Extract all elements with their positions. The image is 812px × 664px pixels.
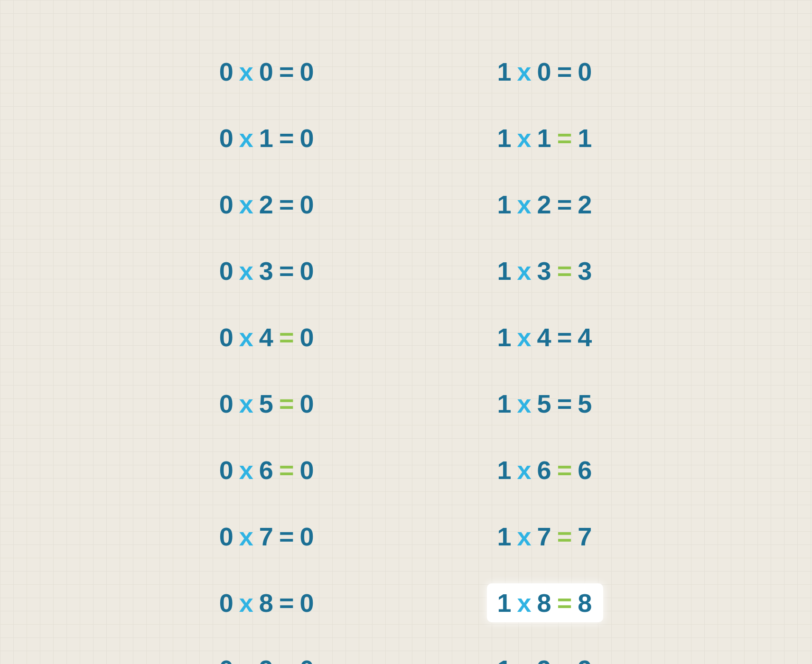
result: 6	[578, 456, 593, 484]
operand-a: 1	[497, 655, 513, 664]
equals-sign: =	[279, 257, 295, 285]
operand-a: 0	[219, 456, 234, 484]
times-sign: x	[517, 257, 532, 285]
equals-sign: =	[279, 456, 295, 484]
times-sign: x	[517, 655, 532, 664]
column-0: 0x0=00x1=00x2=00x3=00x4=00x5=00x6=00x7=0…	[209, 52, 326, 664]
operand-b: 2	[259, 190, 274, 219]
column-1: 1x0=01x1=11x2=21x3=31x4=41x5=51x6=61x7=7…	[487, 52, 604, 664]
result: 8	[578, 589, 593, 617]
operand-a: 0	[219, 57, 234, 86]
equation-row: 0x9=0	[209, 650, 326, 664]
times-sign: x	[239, 57, 254, 86]
result: 0	[299, 323, 315, 351]
operand-b: 7	[259, 522, 274, 551]
equals-sign: =	[557, 655, 573, 664]
times-sign: x	[517, 124, 532, 152]
times-sign: x	[239, 190, 254, 219]
equals-sign: =	[557, 589, 573, 617]
operand-a: 0	[219, 389, 234, 418]
result: 0	[299, 589, 315, 617]
equals-sign: =	[279, 589, 295, 617]
equation-row: 1x6=6	[487, 451, 604, 489]
result: 9	[578, 655, 593, 664]
operand-b: 5	[537, 389, 552, 418]
operand-b: 3	[537, 257, 552, 285]
equation-row: 1x0=0	[487, 52, 604, 91]
equals-sign: =	[557, 456, 573, 484]
times-sign: x	[239, 655, 254, 664]
equation-row: 0x7=0	[209, 517, 326, 556]
times-sign: x	[517, 522, 532, 551]
equation-row: 1x9=9	[487, 650, 604, 664]
operand-a: 1	[497, 257, 513, 285]
times-sign: x	[239, 323, 254, 351]
operand-a: 1	[497, 190, 513, 219]
operand-a: 0	[219, 655, 234, 664]
result: 0	[299, 257, 315, 285]
operand-b: 6	[537, 456, 552, 484]
equals-sign: =	[557, 257, 573, 285]
equals-sign: =	[279, 190, 295, 219]
equals-sign: =	[557, 124, 573, 152]
equation-row: 0x0=0	[209, 52, 326, 91]
operand-b: 0	[259, 57, 274, 86]
operand-a: 0	[219, 257, 234, 285]
result: 0	[299, 655, 315, 664]
equals-sign: =	[557, 57, 573, 86]
times-sign: x	[239, 257, 254, 285]
equation-row: 0x3=0	[209, 251, 326, 290]
result: 0	[578, 57, 593, 86]
result: 1	[578, 124, 593, 152]
operand-a: 1	[497, 456, 513, 484]
operand-a: 1	[497, 323, 513, 351]
result: 0	[299, 456, 315, 484]
operand-b: 5	[259, 389, 274, 418]
operand-b: 8	[259, 589, 274, 617]
operand-b: 0	[537, 57, 552, 86]
times-sign: x	[239, 124, 254, 152]
operand-b: 6	[259, 456, 274, 484]
equation-row: 1x3=3	[487, 251, 604, 290]
equals-sign: =	[279, 124, 295, 152]
equation-row: 0x8=0	[209, 583, 326, 622]
times-sign: x	[517, 190, 532, 219]
times-sign: x	[239, 522, 254, 551]
operand-b: 4	[537, 323, 552, 351]
times-sign: x	[517, 57, 532, 86]
result: 0	[299, 124, 315, 152]
equation-row: 1x5=5	[487, 384, 604, 423]
operand-b: 1	[259, 124, 274, 152]
equals-sign: =	[557, 389, 573, 418]
equation-row: 0x6=0	[209, 451, 326, 489]
equation-row: 1x8=8	[487, 583, 604, 622]
operand-a: 0	[219, 190, 234, 219]
result: 3	[578, 257, 593, 285]
operand-b: 4	[259, 323, 274, 351]
result: 0	[299, 522, 315, 551]
operand-b: 8	[537, 589, 552, 617]
result: 4	[578, 323, 593, 351]
times-sign: x	[517, 323, 532, 351]
result: 7	[578, 522, 593, 551]
equals-sign: =	[557, 522, 573, 551]
operand-a: 0	[219, 323, 234, 351]
equals-sign: =	[557, 323, 573, 351]
operand-b: 2	[537, 190, 552, 219]
equation-row: 0x2=0	[209, 185, 326, 224]
equation-row: 0x1=0	[209, 119, 326, 157]
operand-a: 0	[219, 522, 234, 551]
result: 5	[578, 389, 593, 418]
operand-a: 1	[497, 124, 513, 152]
operand-a: 0	[219, 589, 234, 617]
equation-row: 0x4=0	[209, 318, 326, 357]
operand-b: 1	[537, 124, 552, 152]
times-tables: 0x0=00x1=00x2=00x3=00x4=00x5=00x6=00x7=0…	[0, 0, 812, 664]
operand-b: 3	[259, 257, 274, 285]
times-sign: x	[517, 389, 532, 418]
result: 0	[299, 389, 315, 418]
times-sign: x	[239, 456, 254, 484]
equation-row: 0x5=0	[209, 384, 326, 423]
operand-a: 1	[497, 389, 513, 418]
operand-a: 0	[219, 124, 234, 152]
